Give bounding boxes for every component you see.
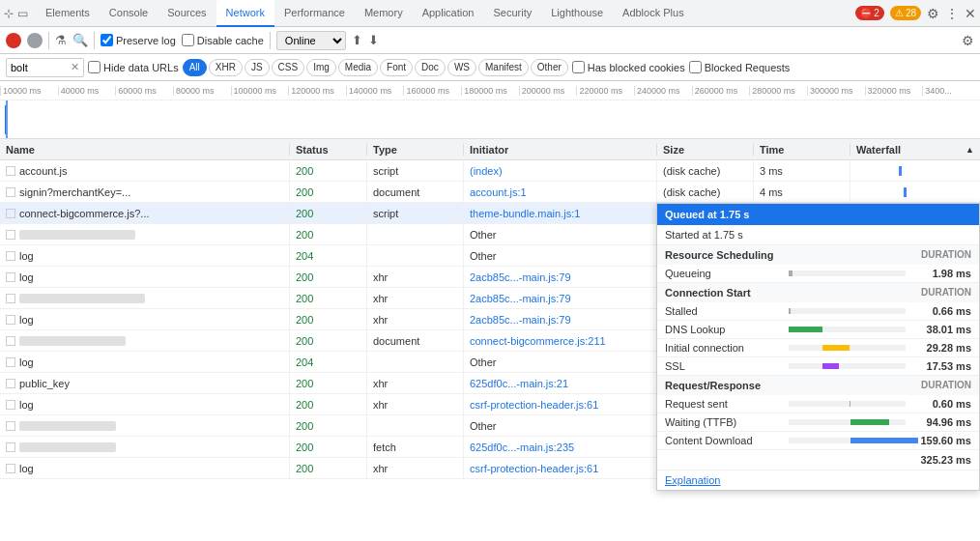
record-button[interactable] (6, 33, 21, 48)
td-initiator: 625df0c...-main.js:235 (464, 437, 657, 457)
has-blocked-cookies-checkbox[interactable]: Has blocked cookies (572, 61, 685, 73)
search-box[interactable]: ✕ (6, 58, 84, 77)
table-header: Name Status Type Initiator Size Time Wat… (0, 139, 980, 160)
tab-console[interactable]: Console (100, 0, 158, 27)
tab-memory[interactable]: Memory (355, 0, 413, 27)
th-name[interactable]: Name (0, 144, 290, 156)
chip-js[interactable]: JS (245, 59, 270, 76)
tab-sources[interactable]: Sources (158, 0, 216, 27)
chip-xhr[interactable]: XHR (209, 59, 243, 76)
td-initiator: Other (464, 224, 657, 244)
tab-security[interactable]: Security (483, 0, 541, 27)
td-initiator: theme-bundle.main.js:1 (464, 203, 657, 223)
chip-media[interactable]: Media (338, 59, 378, 76)
popup-request-sent-row: Request sent 0.60 ms (657, 395, 979, 413)
warn-badge[interactable]: ⚠28 (890, 6, 921, 20)
td-name (0, 288, 290, 308)
tab-lighthouse[interactable]: Lighthouse (541, 0, 613, 27)
td-type: xhr (367, 288, 464, 308)
td-initiator: 625df0c...-main.js:21 (464, 373, 657, 393)
popup-started-at: Started at 1.75 s (657, 225, 979, 245)
explanation-link[interactable]: Explanation (665, 474, 721, 486)
table-row[interactable]: account.js 200 script (index) (disk cach… (0, 160, 980, 182)
td-time: 3 ms (754, 160, 850, 181)
more-icon[interactable]: ⋮ (945, 6, 959, 21)
settings-icon[interactable]: ⚙ (927, 6, 939, 21)
tab-performance[interactable]: Performance (274, 0, 355, 27)
timeline-marks: 10000 ms 40000 ms 60000 ms 80000 ms 1000… (0, 81, 980, 100)
disable-cache-checkbox[interactable]: Disable cache (182, 34, 264, 46)
search-clear-icon[interactable]: ✕ (71, 61, 79, 73)
chip-manifest[interactable]: Manifest (478, 59, 529, 76)
td-waterfall (850, 182, 980, 202)
popup-section-request: Request/Response DURATION (657, 376, 979, 395)
td-name: log (0, 352, 290, 372)
tab-network[interactable]: Network (216, 0, 274, 27)
td-status: 200 (290, 458, 367, 478)
td-type: fetch (367, 437, 464, 457)
th-status[interactable]: Status (290, 144, 367, 156)
td-status: 200 (290, 309, 367, 329)
preserve-log-checkbox[interactable]: Preserve log (101, 34, 176, 46)
td-type: xhr (367, 394, 464, 414)
tab-adblock[interactable]: Adblock Plus (613, 0, 694, 27)
chip-doc[interactable]: Doc (415, 59, 446, 76)
hide-data-urls-checkbox[interactable]: Hide data URLs (88, 61, 179, 73)
timeline-area: 10000 ms 40000 ms 60000 ms 80000 ms 1000… (0, 81, 980, 139)
network-throttle-select[interactable]: Online Fast 3G Slow 3G Offline (276, 31, 346, 50)
cursor-icon[interactable]: ⊹ (4, 7, 14, 20)
th-time[interactable]: Time (754, 144, 850, 156)
chip-all[interactable]: All (183, 59, 207, 76)
th-initiator[interactable]: Initiator (464, 144, 657, 156)
search-input[interactable] (11, 62, 69, 73)
chip-other[interactable]: Other (531, 59, 568, 76)
td-name: account.js (0, 160, 290, 181)
td-name: connect-bigcommerce.js?... (0, 203, 290, 223)
clear-button[interactable] (27, 33, 43, 48)
td-type: xhr (367, 309, 464, 329)
td-type (367, 352, 464, 372)
blocked-requests-checkbox[interactable]: Blocked Requests (689, 61, 791, 73)
td-initiator: account.js:1 (464, 182, 657, 202)
td-name: log (0, 394, 290, 414)
th-waterfall[interactable]: Waterfall ▲ (850, 144, 980, 156)
filter-icon[interactable]: ⚗ (55, 33, 67, 47)
tab-elements[interactable]: Elements (36, 0, 100, 27)
td-type (367, 224, 464, 244)
td-name: log (0, 458, 290, 478)
td-type: xhr (367, 458, 464, 478)
td-type: xhr (367, 373, 464, 393)
mobile-icon[interactable]: ▭ (17, 7, 28, 20)
error-badge[interactable]: ⛔2 (855, 6, 884, 20)
td-type (367, 245, 464, 266)
td-initiator: (index) (464, 160, 657, 181)
filter-chips: All XHR JS CSS Img Media Font Doc WS Man… (183, 59, 568, 76)
toolbar-separator2 (94, 32, 95, 49)
chip-ws[interactable]: WS (447, 59, 476, 76)
upload-icon[interactable]: ⬆ (352, 33, 362, 47)
close-icon[interactable]: ✕ (965, 6, 976, 21)
th-type[interactable]: Type (367, 144, 464, 156)
tab-application[interactable]: Application (413, 0, 484, 27)
td-name (0, 437, 290, 457)
td-status: 200 (290, 415, 367, 436)
td-status: 200 (290, 182, 367, 202)
table-row[interactable]: signin?merchantKey=... 200 document acco… (0, 182, 980, 203)
download-icon[interactable]: ⬇ (368, 33, 379, 47)
nav-tabs: ⊹ ▭ Elements Console Sources Network Per… (0, 0, 980, 27)
td-status: 200 (290, 437, 367, 457)
search-icon[interactable]: 🔍 (72, 33, 88, 47)
popup-total-row: 325.23 ms (657, 450, 979, 470)
td-name: log (0, 309, 290, 329)
timeline-chart[interactable] (0, 100, 980, 139)
td-time: 4 ms (754, 182, 850, 202)
th-size[interactable]: Size (657, 144, 754, 156)
td-initiator: 2acb85c...-main.js:79 (464, 288, 657, 308)
chip-img[interactable]: Img (306, 59, 336, 76)
nav-icons: ⛔2 ⚠28 ⚙ ⋮ ✕ (855, 6, 976, 21)
chip-css[interactable]: CSS (272, 59, 305, 76)
td-name (0, 224, 290, 244)
chip-font[interactable]: Font (380, 59, 413, 76)
td-name: log (0, 267, 290, 287)
network-settings-icon[interactable]: ⚙ (962, 33, 974, 48)
